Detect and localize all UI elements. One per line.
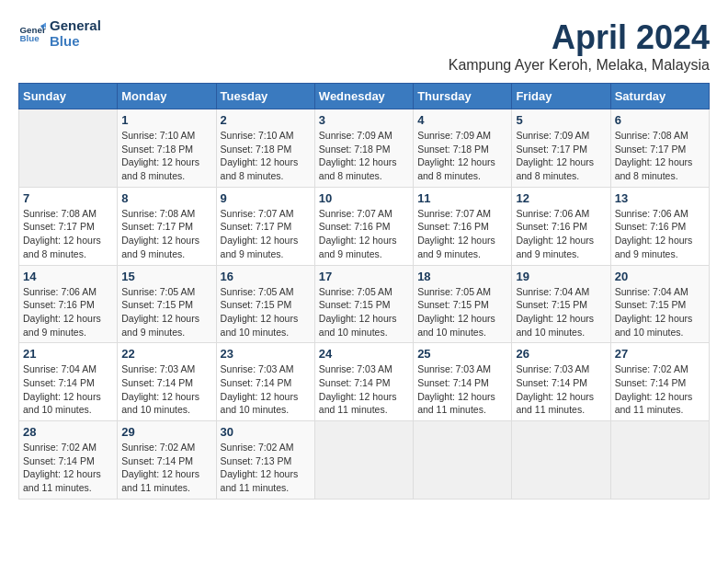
day-number: 21 [23, 347, 113, 361]
day-number: 27 [615, 347, 705, 361]
calendar-cell: 22Sunrise: 7:03 AMSunset: 7:14 PMDayligh… [118, 343, 216, 421]
weekday-header-wednesday: Wednesday [314, 84, 413, 109]
day-info: Sunrise: 7:05 AMSunset: 7:15 PMDaylight:… [221, 285, 311, 339]
calendar-cell: 15Sunrise: 7:05 AMSunset: 7:15 PMDayligh… [118, 265, 216, 343]
day-number: 18 [417, 270, 507, 283]
day-info: Sunrise: 7:06 AMSunset: 7:16 PMDaylight:… [615, 207, 705, 261]
weekday-header-row: SundayMondayTuesdayWednesdayThursdayFrid… [19, 84, 710, 109]
day-info: Sunrise: 7:03 AMSunset: 7:14 PMDaylight:… [319, 362, 409, 417]
page-header: General Blue General Blue April 2024 Kam… [18, 18, 710, 74]
day-info: Sunrise: 7:05 AMSunset: 7:15 PMDaylight:… [121, 285, 211, 339]
day-number: 11 [417, 191, 507, 205]
day-info: Sunrise: 7:07 AMSunset: 7:16 PMDaylight:… [417, 207, 507, 261]
calendar-week-row: 21Sunrise: 7:04 AMSunset: 7:14 PMDayligh… [19, 343, 710, 421]
weekday-header-thursday: Thursday [414, 84, 512, 109]
day-number: 26 [516, 347, 606, 361]
day-number: 2 [221, 113, 311, 127]
weekday-header-sunday: Sunday [19, 84, 118, 109]
day-number: 3 [319, 113, 409, 127]
day-number: 16 [221, 270, 311, 283]
calendar-cell: 10Sunrise: 7:07 AMSunset: 7:16 PMDayligh… [314, 187, 413, 265]
calendar-cell: 9Sunrise: 7:07 AMSunset: 7:17 PMDaylight… [216, 187, 314, 265]
calendar-cell: 24Sunrise: 7:03 AMSunset: 7:14 PMDayligh… [314, 343, 413, 421]
calendar-table: SundayMondayTuesdayWednesdayThursdayFrid… [18, 83, 710, 500]
day-info: Sunrise: 7:05 AMSunset: 7:15 PMDaylight:… [319, 285, 409, 339]
day-info: Sunrise: 7:10 AMSunset: 7:18 PMDaylight:… [121, 129, 211, 183]
day-info: Sunrise: 7:02 AMSunset: 7:14 PMDaylight:… [121, 441, 211, 495]
day-number: 8 [121, 191, 211, 205]
day-info: Sunrise: 7:02 AMSunset: 7:14 PMDaylight:… [23, 441, 113, 495]
day-number: 19 [516, 270, 606, 283]
day-info: Sunrise: 7:05 AMSunset: 7:15 PMDaylight:… [417, 285, 507, 339]
calendar-cell [512, 421, 610, 500]
day-number: 6 [615, 113, 705, 127]
day-number: 4 [417, 113, 507, 127]
calendar-cell: 3Sunrise: 7:09 AMSunset: 7:18 PMDaylight… [314, 109, 413, 188]
calendar-cell: 28Sunrise: 7:02 AMSunset: 7:14 PMDayligh… [19, 421, 118, 500]
calendar-cell: 19Sunrise: 7:04 AMSunset: 7:15 PMDayligh… [512, 265, 610, 343]
day-info: Sunrise: 7:06 AMSunset: 7:16 PMDaylight:… [23, 285, 113, 339]
day-number: 23 [221, 347, 311, 361]
calendar-cell: 13Sunrise: 7:06 AMSunset: 7:16 PMDayligh… [610, 187, 709, 265]
calendar-cell: 27Sunrise: 7:02 AMSunset: 7:14 PMDayligh… [610, 343, 709, 421]
day-info: Sunrise: 7:03 AMSunset: 7:14 PMDaylight:… [221, 362, 311, 417]
calendar-cell: 20Sunrise: 7:04 AMSunset: 7:15 PMDayligh… [610, 265, 709, 343]
calendar-body: 1Sunrise: 7:10 AMSunset: 7:18 PMDaylight… [19, 109, 710, 500]
weekday-header-tuesday: Tuesday [216, 84, 314, 109]
day-info: Sunrise: 7:06 AMSunset: 7:16 PMDaylight:… [516, 207, 606, 261]
calendar-cell: 17Sunrise: 7:05 AMSunset: 7:15 PMDayligh… [314, 265, 413, 343]
calendar-cell: 8Sunrise: 7:08 AMSunset: 7:17 PMDaylight… [118, 187, 216, 265]
day-info: Sunrise: 7:09 AMSunset: 7:18 PMDaylight:… [319, 129, 409, 183]
day-number: 12 [516, 191, 606, 205]
calendar-cell: 12Sunrise: 7:06 AMSunset: 7:16 PMDayligh… [512, 187, 610, 265]
day-info: Sunrise: 7:02 AMSunset: 7:13 PMDaylight:… [221, 441, 311, 495]
day-number: 24 [319, 347, 409, 361]
calendar-cell: 5Sunrise: 7:09 AMSunset: 7:17 PMDaylight… [512, 109, 610, 188]
day-number: 9 [221, 191, 311, 205]
calendar-cell: 16Sunrise: 7:05 AMSunset: 7:15 PMDayligh… [216, 265, 314, 343]
day-number: 13 [615, 191, 705, 205]
calendar-cell: 21Sunrise: 7:04 AMSunset: 7:14 PMDayligh… [19, 343, 118, 421]
day-info: Sunrise: 7:03 AMSunset: 7:14 PMDaylight:… [516, 362, 606, 417]
calendar-cell: 23Sunrise: 7:03 AMSunset: 7:14 PMDayligh… [216, 343, 314, 421]
logo: General Blue General Blue [18, 18, 101, 49]
day-number: 10 [319, 191, 409, 205]
calendar-cell: 11Sunrise: 7:07 AMSunset: 7:16 PMDayligh… [414, 187, 512, 265]
calendar-cell: 29Sunrise: 7:02 AMSunset: 7:14 PMDayligh… [118, 421, 216, 500]
day-info: Sunrise: 7:09 AMSunset: 7:17 PMDaylight:… [516, 129, 606, 183]
calendar-week-row: 7Sunrise: 7:08 AMSunset: 7:17 PMDaylight… [19, 187, 710, 265]
day-info: Sunrise: 7:09 AMSunset: 7:18 PMDaylight:… [417, 129, 507, 183]
logo-blue: Blue [50, 34, 101, 50]
logo-icon: General Blue [18, 20, 46, 48]
day-number: 14 [23, 270, 113, 283]
weekday-header-saturday: Saturday [610, 84, 709, 109]
day-info: Sunrise: 7:04 AMSunset: 7:15 PMDaylight:… [615, 285, 705, 339]
calendar-cell: 14Sunrise: 7:06 AMSunset: 7:16 PMDayligh… [19, 265, 118, 343]
calendar-cell [610, 421, 709, 500]
day-number: 5 [516, 113, 606, 127]
logo-general: General [50, 18, 101, 34]
day-number: 29 [121, 425, 211, 439]
calendar-cell: 18Sunrise: 7:05 AMSunset: 7:15 PMDayligh… [414, 265, 512, 343]
day-info: Sunrise: 7:07 AMSunset: 7:16 PMDaylight:… [319, 207, 409, 261]
title-block: April 2024 Kampung Ayer Keroh, Melaka, M… [449, 18, 710, 74]
calendar-cell: 7Sunrise: 7:08 AMSunset: 7:17 PMDaylight… [19, 187, 118, 265]
day-number: 7 [23, 191, 113, 205]
day-info: Sunrise: 7:08 AMSunset: 7:17 PMDaylight:… [23, 207, 113, 261]
calendar-week-row: 28Sunrise: 7:02 AMSunset: 7:14 PMDayligh… [19, 421, 710, 500]
calendar-cell: 4Sunrise: 7:09 AMSunset: 7:18 PMDaylight… [414, 109, 512, 188]
day-info: Sunrise: 7:04 AMSunset: 7:14 PMDaylight:… [23, 362, 113, 417]
calendar-week-row: 14Sunrise: 7:06 AMSunset: 7:16 PMDayligh… [19, 265, 710, 343]
day-info: Sunrise: 7:07 AMSunset: 7:17 PMDaylight:… [221, 207, 311, 261]
month-title: April 2024 [449, 18, 710, 57]
calendar-cell: 6Sunrise: 7:08 AMSunset: 7:17 PMDaylight… [610, 109, 709, 188]
day-number: 15 [121, 270, 211, 283]
calendar-cell: 26Sunrise: 7:03 AMSunset: 7:14 PMDayligh… [512, 343, 610, 421]
day-number: 1 [121, 113, 211, 127]
calendar-cell: 1Sunrise: 7:10 AMSunset: 7:18 PMDaylight… [118, 109, 216, 188]
day-number: 30 [221, 425, 311, 439]
day-number: 22 [121, 347, 211, 361]
day-info: Sunrise: 7:03 AMSunset: 7:14 PMDaylight:… [121, 362, 211, 417]
weekday-header-friday: Friday [512, 84, 610, 109]
calendar-cell [314, 421, 413, 500]
